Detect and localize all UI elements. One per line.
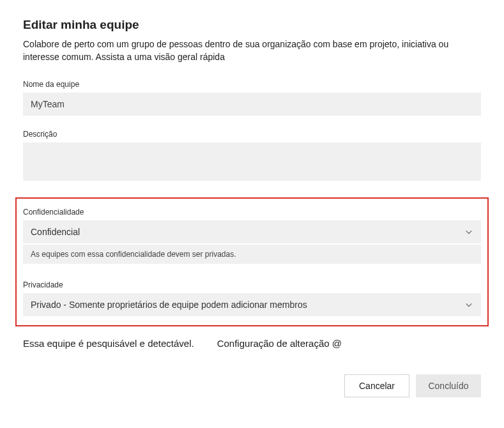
description-field: Descrição xyxy=(23,130,481,183)
dialog-button-row: Cancelar Concluído xyxy=(23,374,481,397)
description-label: Descrição xyxy=(23,130,481,139)
team-name-label: Nome da equipe xyxy=(23,80,481,89)
footer-info-row: Essa equipe é pesquisável e detectável. … xyxy=(23,338,481,349)
change-config-text: Configuração de alteração @ xyxy=(217,338,342,349)
confidentiality-label: Confidencialidade xyxy=(23,208,481,217)
highlighted-section: Confidencialidade Confidencial As equipe… xyxy=(15,197,489,326)
team-name-input[interactable] xyxy=(23,93,481,116)
privacy-select[interactable]: Privado - Somente proprietários de equip… xyxy=(23,293,481,316)
confidentiality-value: Confidencial xyxy=(31,227,80,237)
dialog-title: Editar minha equipe xyxy=(23,18,481,32)
privacy-field: Privacidade Privado - Somente proprietár… xyxy=(23,280,481,316)
privacy-value: Privado - Somente proprietários de equip… xyxy=(31,300,307,310)
description-input[interactable] xyxy=(23,142,481,181)
confidentiality-select[interactable]: Confidencial xyxy=(23,220,481,243)
dialog-subtitle: Colabore de perto com um grupo de pessoa… xyxy=(23,38,481,63)
privacy-label: Privacidade xyxy=(23,280,481,289)
edit-team-dialog: Editar minha equipe Colabore de perto co… xyxy=(0,0,504,428)
searchable-text: Essa equipe é pesquisável e detectável. xyxy=(23,338,194,349)
confidentiality-helper: As equipes com essa confidencialidade de… xyxy=(23,245,481,264)
cancel-button[interactable]: Cancelar xyxy=(344,374,409,397)
team-name-field: Nome da equipe xyxy=(23,80,481,116)
confidentiality-field: Confidencialidade Confidencial As equipe… xyxy=(23,208,481,264)
done-button[interactable]: Concluído xyxy=(416,374,481,397)
